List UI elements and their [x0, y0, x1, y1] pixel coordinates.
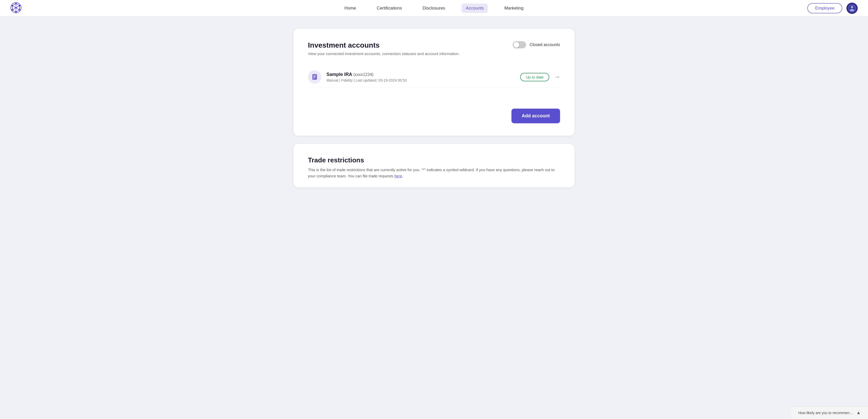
- nav-links: Home Certifications Disclosures Accounts…: [340, 4, 528, 13]
- trade-restrictions-desc: This is the list of trade restrictions t…: [308, 167, 560, 179]
- navbar: Home Certifications Disclosures Accounts…: [0, 0, 868, 17]
- feedback-chevron[interactable]: ▲: [856, 410, 861, 415]
- investment-accounts-card: Investment accounts View your connected …: [293, 29, 575, 136]
- closed-accounts-toggle-area: Closed accounts: [513, 41, 560, 49]
- trade-restrictions-title: Trade restrictions: [308, 156, 560, 164]
- svg-line-13: [12, 8, 16, 10]
- svg-rect-21: [313, 78, 315, 78]
- nav-right: Employee: [807, 3, 858, 14]
- nav-marketing[interactable]: Marketing: [500, 4, 528, 13]
- trade-restrictions-card: Trade restrictions This is the list of t…: [293, 144, 575, 187]
- svg-point-7: [11, 5, 13, 6]
- svg-line-14: [12, 6, 16, 8]
- logo[interactable]: [10, 2, 22, 14]
- add-account-button[interactable]: Add account: [512, 109, 560, 123]
- svg-line-11: [16, 8, 20, 10]
- account-info: Sample IRA (xxxx1234) Manual | Fidelity …: [327, 72, 515, 82]
- card-header: Investment accounts View your connected …: [308, 41, 560, 56]
- svg-line-10: [16, 6, 20, 8]
- investment-accounts-subtitle: View your connected investment accounts,…: [308, 52, 460, 56]
- feedback-text: How likely are you to recommen…: [798, 411, 853, 415]
- nav-home[interactable]: Home: [340, 4, 360, 13]
- avatar[interactable]: [846, 3, 858, 14]
- investment-accounts-title: Investment accounts: [308, 41, 460, 50]
- svg-rect-20: [313, 77, 315, 77]
- account-name: Sample IRA (xxxx1234): [327, 72, 515, 77]
- account-arrow-button[interactable]: →: [554, 73, 560, 80]
- account-meta: Manual | Fidelity | Last updated: 03-19-…: [327, 78, 515, 82]
- nav-accounts[interactable]: Accounts: [462, 4, 488, 13]
- here-link[interactable]: here: [394, 174, 402, 178]
- nav-certifications[interactable]: Certifications: [373, 4, 406, 13]
- card-title-area: Investment accounts View your connected …: [308, 41, 460, 56]
- nav-disclosures[interactable]: Disclosures: [418, 4, 450, 13]
- closed-accounts-label: Closed accounts: [530, 42, 560, 47]
- card-footer: Add account: [308, 109, 560, 123]
- feedback-bar: How likely are you to recommen… ▲: [791, 406, 868, 419]
- account-row: Sample IRA (xxxx1234) Manual | Fidelity …: [308, 66, 560, 88]
- svg-point-6: [11, 9, 13, 10]
- closed-accounts-toggle[interactable]: [513, 41, 526, 49]
- employee-button[interactable]: Employee: [807, 3, 842, 13]
- svg-rect-19: [313, 76, 316, 76]
- page-content: Investment accounts View your connected …: [287, 29, 581, 187]
- account-actions: Up to date →: [520, 73, 560, 81]
- account-icon: [308, 70, 321, 84]
- svg-point-15: [851, 6, 853, 8]
- status-badge: Up to date: [520, 73, 549, 81]
